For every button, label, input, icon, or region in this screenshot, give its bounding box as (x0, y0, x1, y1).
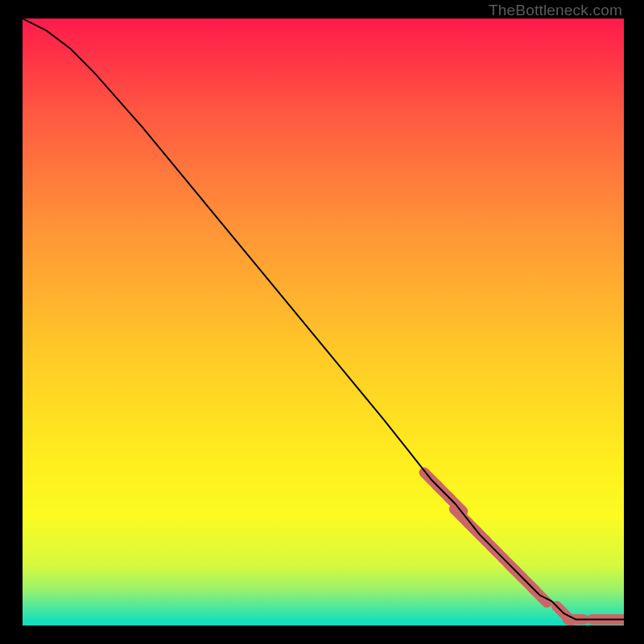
highlight-dot (448, 497, 463, 511)
plot-area (23, 19, 624, 625)
highlight-dot (454, 509, 469, 523)
highlight-dot (485, 539, 499, 554)
chart-frame: TheBottleneck.com (0, 0, 644, 644)
highlight-dot (502, 558, 517, 572)
highlight-dot (532, 588, 547, 602)
watermark-text: TheBottleneck.com (489, 2, 622, 19)
highlight-dot (509, 564, 523, 578)
highlight-dot (466, 521, 481, 535)
highlight-dots-layer (424, 473, 624, 621)
highlight-dot (424, 473, 439, 487)
highlight-dot (473, 527, 487, 542)
highlight-dot (521, 576, 535, 590)
highlight-dot (556, 606, 571, 621)
highlight-dot (490, 546, 505, 560)
main-curve (23, 19, 624, 620)
highlight-dot (436, 485, 451, 499)
chart-svg (23, 19, 624, 625)
